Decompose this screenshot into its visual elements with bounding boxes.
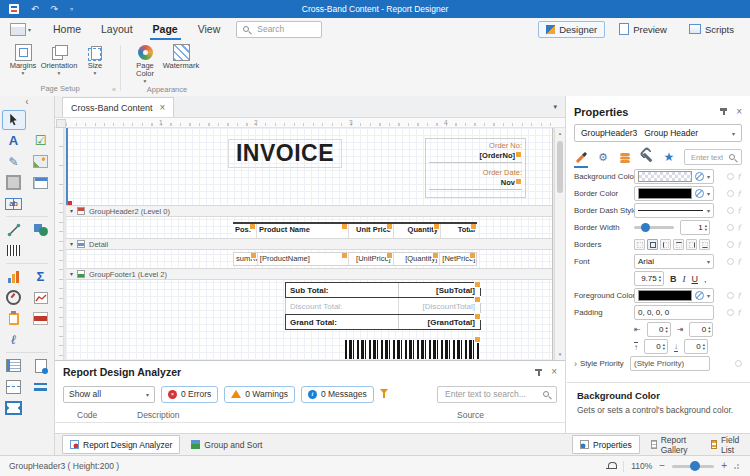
orientation-button[interactable]: Orientation ▾ — [42, 43, 76, 76]
tab-field-list[interactable]: Field List — [703, 435, 750, 454]
tab-properties[interactable]: Properties — [572, 435, 640, 454]
bold-toggle[interactable]: B — [670, 274, 677, 284]
analyzer-filter-select[interactable]: Show all — [63, 386, 155, 403]
scrollbar-thumb[interactable] — [557, 141, 563, 193]
scroll-down-icon[interactable]: ▾ — [555, 349, 565, 360]
close-icon[interactable]: × — [736, 107, 742, 117]
picture-tool-button[interactable] — [29, 152, 53, 172]
properties-search-box[interactable] — [684, 149, 742, 165]
errors-filter-button[interactable]: × 0 Errors — [161, 386, 218, 403]
analyzer-column-source[interactable]: Source — [457, 410, 565, 420]
dialog-launcher-icon[interactable]: « — [112, 84, 116, 96]
expression-icon[interactable]: ƒ — [738, 257, 743, 266]
strikeout-toggle[interactable]: , — [704, 274, 707, 284]
discount-total-row[interactable]: Discount Total: [DiscountTotal] — [285, 298, 481, 314]
appearance-tab-brush-icon[interactable] — [574, 150, 588, 164]
borders-bottom-toggle[interactable] — [699, 239, 710, 250]
expression-icon[interactable]: ƒ — [738, 172, 743, 181]
smart-tag-icon[interactable] — [386, 253, 393, 259]
clipboard-content-tool-button[interactable] — [2, 309, 26, 329]
data-tab-database-icon[interactable] — [618, 150, 632, 164]
filter-funnel-icon[interactable] — [380, 389, 389, 399]
header-cell-total[interactable]: Total — [441, 224, 477, 238]
font-size-spinner[interactable]: 9.75 ▴▾ — [634, 271, 664, 286]
smart-tag-icon[interactable] — [515, 151, 522, 158]
page-break-tool-button[interactable] — [2, 377, 26, 397]
properties-search-input[interactable] — [689, 152, 725, 163]
checkbox-tool-button[interactable]: ☑ — [29, 131, 53, 151]
reset-indicator-icon[interactable] — [735, 360, 742, 367]
behavior-tab-gears-icon[interactable]: ⚙ — [596, 150, 610, 164]
group-header3-band[interactable]: INVOICE Order No: [OrderNo] Order Date: … — [66, 128, 552, 205]
pin-icon[interactable] — [719, 107, 728, 116]
border-color-editor[interactable] — [634, 186, 714, 201]
close-icon[interactable]: × — [551, 367, 557, 377]
padding-bottom-spinner[interactable]: 0 ▴▾ — [684, 339, 708, 354]
tab-report-design-analyzer[interactable]: Report Design Analyzer — [62, 435, 180, 454]
tools-tab-wrench-icon[interactable] — [640, 150, 654, 164]
smart-tag-icon[interactable] — [250, 253, 257, 259]
spinner-arrows-icon[interactable]: ▴▾ — [663, 343, 665, 350]
quick-access-pin-icon[interactable]: ▫ — [70, 0, 73, 18]
group-header2-band-strip[interactable]: ▾ GroupHeader2 (Level 0) — [66, 205, 552, 217]
cross-band-line-tool-button[interactable] — [29, 377, 53, 397]
detail-cell-sumrec[interactable]: sumRec — [234, 253, 258, 265]
expression-icon[interactable]: ƒ — [738, 189, 743, 198]
gauge-tool-button[interactable] — [2, 288, 26, 308]
pin-icon[interactable] — [534, 368, 543, 377]
smart-tag-icon[interactable] — [474, 281, 481, 288]
smart-tag-icon[interactable] — [474, 336, 481, 343]
padding-top-spinner[interactable]: 0 ▴▾ — [644, 339, 668, 354]
detail-cell-unit-price[interactable]: [UnitPrice] — [349, 253, 394, 265]
vertical-scrollbar[interactable]: ▴ ▾ — [554, 128, 565, 360]
table-tool-button[interactable] — [29, 173, 53, 193]
band-collapse-icon[interactable]: ▾ — [70, 208, 73, 214]
spinner-arrows-icon[interactable]: ▴▾ — [705, 224, 707, 231]
smart-tag-icon[interactable] — [341, 253, 348, 259]
header-cell-product-name[interactable]: Product Name — [257, 224, 349, 238]
pdf-content-tool-button[interactable] — [29, 309, 53, 329]
smart-tag-icon[interactable] — [474, 296, 481, 303]
borders-right-toggle[interactable] — [686, 239, 697, 250]
header-cell-pos[interactable]: Pos. — [233, 224, 257, 238]
reset-indicator-icon[interactable] — [727, 241, 734, 248]
underline-toggle[interactable]: U — [692, 274, 699, 284]
expression-icon[interactable]: ƒ — [738, 291, 743, 300]
smart-tag-icon[interactable] — [386, 224, 393, 230]
page-color-button[interactable]: Page Color ▾ — [128, 43, 162, 84]
slider-thumb[interactable] — [641, 223, 650, 232]
cross-band-box-tool-button[interactable] — [2, 398, 26, 418]
smart-tag-icon[interactable] — [432, 253, 439, 259]
smart-tag-icon[interactable] — [341, 224, 348, 230]
smart-tag-icon[interactable] — [474, 313, 481, 320]
spinner-arrows-icon[interactable]: ▴▾ — [708, 326, 710, 333]
design-surface[interactable]: INVOICE Order No: [OrderNo] Order Date: … — [55, 128, 565, 360]
report-page[interactable]: INVOICE Order No: [OrderNo] Order Date: … — [66, 128, 553, 360]
scripts-mode-button[interactable]: Scripts — [681, 21, 742, 38]
italic-toggle[interactable]: I — [683, 274, 686, 284]
zoom-slider-thumb[interactable] — [690, 461, 700, 471]
toolbox-collapse-icon[interactable]: ‹ — [0, 96, 54, 109]
header-cell-quantity[interactable]: Quantity — [394, 224, 441, 238]
analyzer-search-box[interactable] — [437, 386, 557, 403]
chart-tool-button[interactable] — [2, 267, 26, 287]
panel-tool-button[interactable] — [2, 173, 26, 193]
zoom-out-button[interactable]: − — [659, 461, 665, 471]
order-no-label[interactable]: Order No: — [429, 141, 522, 151]
background-color-editor[interactable] — [634, 169, 714, 184]
line-tool-button[interactable] — [2, 220, 26, 240]
ribbon-tab-home[interactable]: Home — [43, 18, 91, 40]
foreground-color-editor[interactable] — [634, 288, 714, 303]
expand-chevron-icon[interactable]: › — [574, 359, 577, 369]
character-comb-tool-button[interactable]: ab — [2, 194, 26, 214]
order-info-table[interactable]: Order No: [OrderNo] Order Date: Nov — [425, 138, 526, 198]
ribbon-search-box[interactable] — [236, 21, 322, 38]
smart-tag-icon[interactable] — [249, 224, 256, 230]
sparkline-tool-button[interactable] — [29, 288, 53, 308]
label-tool-button[interactable]: A — [2, 131, 26, 151]
band-collapse-icon[interactable]: ▾ — [70, 241, 73, 247]
pointer-tool-button[interactable] — [2, 110, 26, 130]
spinner-arrows-icon[interactable]: ▴▾ — [703, 343, 705, 350]
expression-icon[interactable]: ƒ — [738, 308, 743, 317]
detail-data-row[interactable]: sumRec [ProductName] [UnitPrice] [Quanti… — [233, 252, 477, 266]
